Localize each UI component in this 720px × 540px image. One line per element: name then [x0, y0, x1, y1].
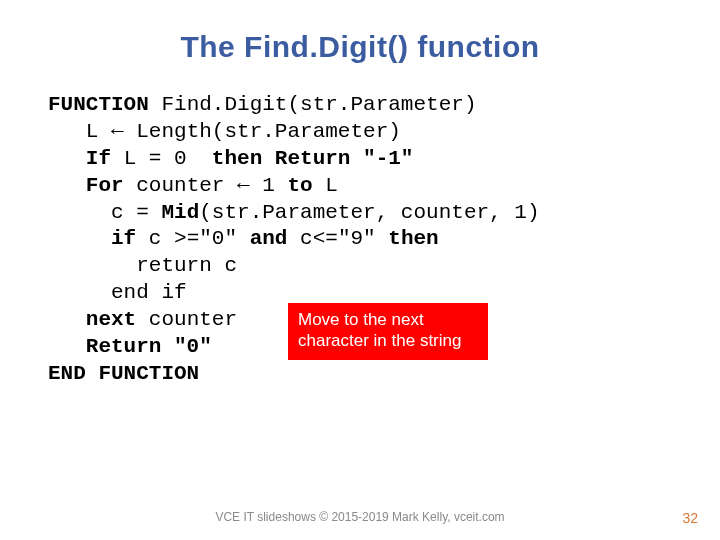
kw-if: if [48, 227, 149, 250]
code-text: c<="9" [287, 227, 388, 250]
kw-then: then [388, 227, 438, 250]
kw-mid: Mid [161, 201, 199, 224]
code-text: 1 [250, 174, 288, 197]
kw-then-return: then Return "-1" [212, 147, 414, 170]
arrow-left-icon: ← [111, 120, 124, 143]
code-text: L [48, 120, 111, 143]
code-text: counter [149, 308, 237, 331]
kw-if: If [48, 147, 124, 170]
code-text: c = [48, 201, 161, 224]
footer-text: VCE IT slideshows © 2015-2019 Mark Kelly… [0, 510, 720, 524]
kw-next: next [48, 308, 149, 331]
kw-to: to [287, 174, 312, 197]
page-number: 32 [682, 510, 698, 526]
code-text: Length(str.Parameter) [124, 120, 401, 143]
kw-function: FUNCTION [48, 93, 149, 116]
code-text: return c [48, 254, 237, 277]
arrow-left-icon: ← [237, 174, 250, 197]
code-text: counter [136, 174, 237, 197]
code-text: end if [48, 281, 187, 304]
code-text: (str.Parameter, counter, 1) [199, 201, 539, 224]
page-title: The Find.Digit() function [48, 30, 672, 64]
code-text: L [313, 174, 338, 197]
callout-box: Move to the next character in the string [288, 303, 488, 360]
code-text: L = 0 [124, 147, 212, 170]
kw-return: Return "0" [48, 335, 212, 358]
code-text: c >="0" [149, 227, 250, 250]
kw-and: and [250, 227, 288, 250]
kw-for: For [48, 174, 136, 197]
slide: The Find.Digit() function FUNCTION Find.… [0, 0, 720, 540]
kw-end-function: END FUNCTION [48, 362, 199, 385]
code-text: Find.Digit(str.Parameter) [149, 93, 477, 116]
